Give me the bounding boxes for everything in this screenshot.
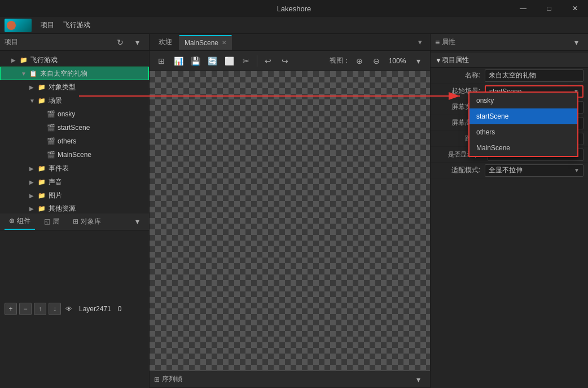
tree-arrow-scenes: ▼ (29, 98, 37, 104)
tree-arrow-images: ▶ (29, 193, 37, 199)
move-up-layer-btn[interactable]: ↑ (34, 303, 46, 315)
undo-btn[interactable]: ↩ (261, 54, 275, 68)
seq-icon: ⊞ (154, 376, 160, 383)
title-bar-title: Lakeshore (277, 5, 311, 13)
save-btn[interactable]: 💾 (188, 54, 203, 68)
tree-arrow-sounds: ▶ (29, 179, 37, 185)
tree-arrow-gift: ▼ (21, 71, 29, 77)
content-layout: 项目 ↻ ▾ ▶ 📁 飞行游戏 ▼ 📋 来自太空的礼物 (0, 34, 588, 388)
dropdown-button[interactable]: ▾ (130, 35, 144, 50)
zoom-value: 100% (386, 57, 409, 65)
menu-item-project[interactable]: 项目 (36, 18, 59, 32)
tree-item-startscene[interactable]: ▶ 🎬 startScene (0, 121, 149, 134)
props-arrow: ▼ (435, 56, 442, 64)
scene-tab-label: MainScene (185, 39, 218, 47)
zoom-out-btn[interactable]: ⊖ (369, 54, 384, 68)
tab-object-lib[interactable]: ⊞ 对象库 (68, 213, 106, 230)
menu-bar: 项目 飞行游戏 (0, 17, 588, 34)
title-bar-controls: — □ ✕ (510, 0, 588, 17)
tree-arrow-flying: ▶ (11, 57, 19, 63)
app-logo (5, 19, 32, 32)
tab-close-btn[interactable]: ✕ (222, 40, 226, 46)
tree-item-flying-game[interactable]: ▶ 📁 飞行游戏 (0, 53, 149, 67)
tree-arrow-obj: ▶ (29, 84, 37, 90)
layers-icon: ◱ (44, 217, 50, 225)
seq-tab-bar: ⊞ 序列帧 ▾ (150, 371, 430, 388)
tree-label-scenes: 场景 (49, 96, 62, 106)
dropdown-option-startscene[interactable]: startScene (469, 108, 577, 124)
grid-btn[interactable]: ⊞ (154, 54, 169, 68)
prop-row-adapt: 适配模式: 全显不拉伸 ▼ (431, 163, 588, 178)
props-icon: ≡ (435, 38, 440, 47)
tree-label-sounds: 声音 (49, 177, 62, 187)
maximize-button[interactable]: □ (536, 0, 562, 17)
tree-item-scenes[interactable]: ▼ 📁 场景 (0, 94, 149, 107)
scene-toolbar: ⊞ 📊 💾 🔄 ⬜ ✂ ↩ ↪ 视图： ⊕ ⊖ 100% ▾ (150, 51, 430, 71)
tree-item-events[interactable]: ▶ 📁 事件表 (0, 162, 149, 175)
tree-label-others: others (58, 137, 76, 145)
zoom-dropdown-btn[interactable]: ▾ (411, 54, 425, 68)
folder-icon-other-res: 📁 (37, 204, 46, 213)
tree-item-onsky[interactable]: ▶ 🎬 onsky (0, 107, 149, 121)
add-layer-btn[interactable]: + (5, 303, 17, 315)
folder-icon-flying: 📁 (19, 55, 28, 64)
right-panel-dropdown-btn[interactable]: ▾ (569, 35, 583, 50)
center-panel: 欢迎 MainScene ✕ ▾ ⊞ 📊 💾 🔄 ⬜ ✂ ↩ ↪ (150, 34, 430, 388)
tree-label-other-res: 其他资源 (49, 204, 76, 213)
tree-label-flying: 飞行游戏 (30, 55, 58, 65)
prop-label-adapt: 适配模式: (435, 165, 480, 175)
minimize-button[interactable]: — (510, 0, 536, 17)
close-button[interactable]: ✕ (562, 0, 588, 17)
refresh-button[interactable]: ↻ (113, 35, 128, 50)
tree-item-others[interactable]: ▶ 🎬 others (0, 134, 149, 148)
seq-label: 序列帧 (162, 374, 182, 384)
move-down-layer-btn[interactable]: ↓ (49, 303, 61, 315)
app-layout: 项目 飞行游戏 项目 ↻ ▾ ▶ 📁 飞行游戏 ▼ 📋 (0, 17, 588, 388)
tab-bar: 欢迎 MainScene ✕ ▾ (150, 34, 430, 51)
reset-btn[interactable]: 🔄 (205, 54, 220, 68)
welcome-tab[interactable]: 欢迎 (154, 37, 177, 47)
view-label: 视图： (330, 56, 350, 66)
tree-item-object-types[interactable]: ▶ 📁 对象类型 (0, 80, 149, 94)
remove-layer-btn[interactable]: − (19, 303, 32, 315)
tab-layers[interactable]: ◱ 层 (40, 213, 64, 230)
cut-btn[interactable]: ✂ (239, 54, 253, 68)
tab-dropdown-btn[interactable]: ▾ (414, 38, 425, 46)
scene-icon-onsky: 🎬 (46, 110, 55, 119)
tree-arrow-other-res: ▶ (29, 206, 37, 212)
tree-label-start: startScene (58, 124, 90, 132)
dropdown-option-others[interactable]: others (469, 124, 577, 140)
canvas-area (150, 71, 430, 371)
adapt-dropdown[interactable]: 全显不拉伸 ▼ (485, 164, 583, 177)
right-panel-title: 属性 (442, 37, 567, 47)
tree-item-other-res[interactable]: ▶ 📁 其他资源 (0, 202, 149, 213)
layer-row: 👁 Layer2471 0 (65, 305, 121, 313)
tree-item-images[interactable]: ▶ 📁 图片 (0, 189, 149, 202)
tree-label-events: 事件表 (49, 164, 69, 173)
tree-label-obj: 对象类型 (49, 82, 76, 92)
tree-item-gift[interactable]: ▼ 📋 来自太空的礼物 (0, 67, 149, 80)
eye-icon: 👁 (65, 305, 72, 313)
prop-label-name: 名称: (435, 71, 480, 80)
project-tree: ▶ 📁 飞行游戏 ▼ 📋 来自太空的礼物 ▶ 📁 对象类型 (0, 51, 149, 213)
layer-name: Layer2471 (79, 305, 111, 313)
layer-value: 0 (118, 305, 122, 313)
chart-btn[interactable]: 📊 (171, 54, 186, 68)
bottom-tabs: ⊕ 组件 ◱ 层 ⊞ 对象库 ▾ (0, 213, 149, 230)
dropdown-option-mainscene[interactable]: MainScene (469, 140, 577, 156)
project-icon-gift: 📋 (29, 69, 38, 78)
props-section-title: 项目属性 (442, 55, 469, 65)
right-panel: ≡ 属性 ▾ ▼ 项目属性 名称: 来自太空的礼物 起始场 (430, 34, 588, 388)
seq-dropdown-btn[interactable]: ▾ (411, 372, 425, 387)
title-bar: Lakeshore — □ ✕ (0, 0, 588, 17)
main-scene-tab[interactable]: MainScene ✕ (179, 35, 232, 50)
dropdown-option-onsky[interactable]: onsky (469, 93, 577, 108)
bottom-dropdown-btn[interactable]: ▾ (130, 214, 144, 229)
redo-btn[interactable]: ↪ (278, 54, 292, 68)
zoom-in-btn[interactable]: ⊕ (352, 54, 367, 68)
tab-components[interactable]: ⊕ 组件 (5, 213, 35, 230)
tree-item-mainscene[interactable]: ▶ 🎬 MainScene (0, 148, 149, 162)
select-btn[interactable]: ⬜ (222, 54, 236, 68)
menu-item-game[interactable]: 飞行游戏 (59, 18, 95, 32)
tree-item-sounds[interactable]: ▶ 📁 声音 (0, 175, 149, 189)
